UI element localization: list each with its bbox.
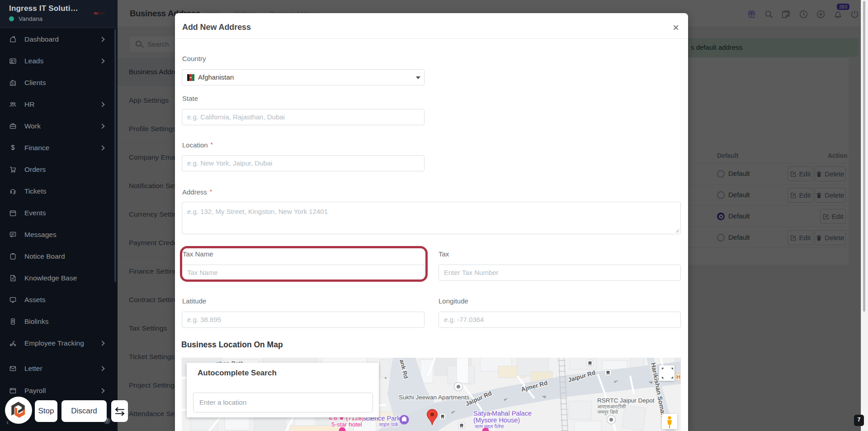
svg-text:साइंस पार्क: साइंस पार्क	[378, 422, 399, 427]
svg-text:Sukhi Jeewan Apartments: Sukhi Jeewan Apartments	[399, 394, 469, 401]
svg-text:Satya Mahal Palace: Satya Mahal Palace	[473, 410, 532, 417]
svg-text:(Mysore House): (Mysore House)	[473, 417, 520, 424]
svg-text:5-star hotel: 5-star hotel	[331, 421, 362, 428]
svg-text:जयपुर डिपो: जयपुर डिपो	[597, 409, 618, 415]
svg-text:सत्य महल पैलेस: सत्य महल पैलेस	[474, 423, 504, 429]
svg-text:आरएसआरटीसी: आरएसआरटीसी	[597, 404, 626, 409]
svg-text:RSRTC Jaipur Depot: RSRTC Jaipur Depot	[597, 397, 655, 404]
svg-text:HA: HA	[676, 374, 681, 380]
